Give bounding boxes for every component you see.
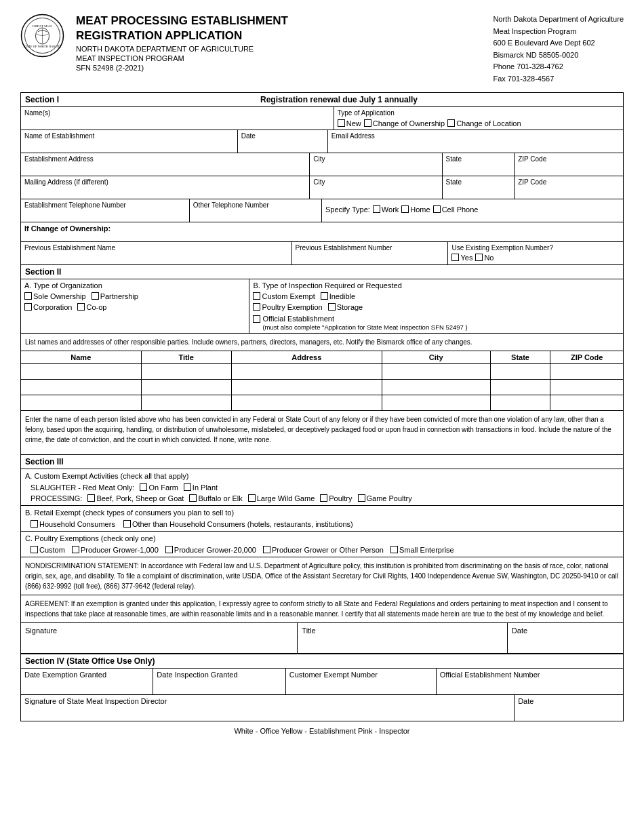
names-type-row: Name(s) Type of Application New Change o… — [21, 107, 623, 130]
est-name-label: Name of Establishment — [24, 132, 234, 140]
processing-label: PROCESSING: — [31, 494, 82, 502]
new-checkbox[interactable]: New — [338, 119, 361, 127]
signature-label: Signature — [25, 627, 293, 635]
section3-header: Section III — [21, 455, 623, 469]
renewal-text: Registration renewal due July 1 annually — [59, 95, 619, 104]
poultry-checkbox[interactable]: Poultry — [320, 494, 352, 502]
form-title: MEAT PROCESSING ESTABLISHMENT REGISTRATI… — [76, 14, 493, 43]
org-inspection-row: A. Type of Organization Sole Ownership P… — [21, 279, 623, 334]
agreement-notice: AGREEMENT: If an exemption is granted un… — [21, 595, 623, 623]
section2-header: Section II — [21, 265, 623, 279]
form-subtitle1: NORTH DAKOTA DEPARTMENT OF AGRICULTURE — [76, 45, 493, 53]
yes-checkbox[interactable]: Yes — [451, 254, 472, 262]
table-row — [21, 364, 623, 380]
poultry-exempt-label: C. Poultry Exemptions (check only one) — [25, 534, 619, 542]
wild-game-checkbox[interactable]: Large Wild Game — [248, 494, 315, 502]
email-label: Email Address — [331, 132, 620, 140]
table-header: Name Title Address City State ZIP Code — [21, 351, 623, 364]
corporation-checkbox[interactable]: Corporation — [24, 303, 72, 311]
use-existing-label: Use Existing Exemption Number? — [451, 244, 620, 252]
felony-notice: Enter the name of each person listed abo… — [21, 411, 623, 455]
names-label: Name(s) — [24, 109, 330, 117]
inspection-label: B. Type of Inspection Required or Reques… — [253, 281, 620, 290]
other-household-checkbox[interactable]: Other than Household Consumers (hotels, … — [123, 520, 353, 528]
prev-name-label: Previous Establishment Name — [24, 244, 288, 252]
game-poultry-checkbox[interactable]: Game Poultry — [358, 494, 412, 502]
table-row — [21, 380, 623, 395]
retail-label: B. Retail Exempt (check types of consume… — [25, 509, 619, 517]
mailing-address-row: Mailing Address (if different) City Stat… — [21, 176, 623, 199]
col-name: Name — [21, 351, 142, 363]
small-enterprise-checkbox[interactable]: Small Enterprise — [390, 546, 454, 554]
producer-other-checkbox[interactable]: Producer Grower or Other Person — [263, 546, 384, 554]
est-name-row: Name of Establishment Date Email Address — [21, 130, 623, 153]
coop-checkbox[interactable]: Co-op — [77, 303, 106, 311]
city-label2: City — [313, 178, 438, 186]
prev-number-label: Previous Establishment Number — [296, 244, 445, 252]
agency-address: North Dakota Department of Agriculture M… — [493, 14, 624, 85]
change-ownership-row: If Change of Ownership: — [21, 222, 623, 242]
list-notice: List names and addresses of other respon… — [21, 334, 623, 351]
home-checkbox[interactable]: Home — [401, 205, 430, 214]
cell-checkbox[interactable]: Cell Phone — [433, 205, 479, 214]
section3-title: Section III — [25, 457, 64, 466]
change-ownership-if-label: If Change of Ownership: — [24, 224, 110, 233]
sole-checkbox[interactable]: Sole Ownership — [24, 292, 86, 300]
org-type-label: A. Type of Organization — [24, 281, 245, 290]
section4-date-label: Date — [518, 697, 620, 705]
zip-label1: ZIP Code — [518, 155, 620, 163]
household-checkbox[interactable]: Household Consumers — [31, 520, 115, 528]
section1-header: Section I Registration renewal due July … — [21, 93, 623, 107]
producer-1000-checkbox[interactable]: Producer Grower-1,000 — [72, 546, 159, 554]
buffalo-checkbox[interactable]: Buffalo or Elk — [189, 494, 242, 502]
beef-checkbox[interactable]: Beef, Pork, Sheep or Goat — [87, 494, 184, 502]
custom-activities-label: A. Custom Exempt Activities (check all t… — [25, 472, 619, 480]
zip-label2: ZIP Code — [518, 178, 620, 186]
other-phone-label: Other Telephone Number — [193, 201, 318, 209]
date-inspection-label: Date Inspection Granted — [157, 671, 281, 679]
est-address-label: Establishment Address — [24, 155, 306, 163]
on-farm-checkbox[interactable]: On Farm — [140, 483, 178, 492]
storage-checkbox[interactable]: Storage — [328, 303, 363, 311]
state-label1: State — [446, 155, 511, 163]
change-location-checkbox[interactable]: Change of Location — [447, 119, 521, 127]
date-label: Date — [241, 132, 324, 140]
inedible-checkbox[interactable]: Inedible — [321, 292, 356, 300]
section4-header: Section IV (State Office Use Only) — [21, 654, 623, 669]
form-subtitle2: MEAT INSPECTION PROGRAM — [76, 54, 493, 62]
work-checkbox[interactable]: Work — [373, 205, 399, 214]
poultry-exempt-checkbox[interactable]: Poultry Exemption — [253, 303, 322, 311]
footer-copies: White - Office Yellow - Establishment Pi… — [20, 721, 624, 740]
city-label1: City — [313, 155, 438, 163]
custom-exempt-checkbox[interactable]: Custom Exempt — [253, 292, 315, 300]
prev-name-row: Previous Establishment Name Previous Est… — [21, 242, 623, 265]
section2-title: Section II — [25, 267, 61, 277]
date-exemption-label: Date Exemption Granted — [24, 671, 149, 679]
partnership-checkbox[interactable]: Partnership — [92, 292, 138, 300]
customer-exempt-label: Customer Exempt Number — [289, 671, 432, 679]
col-city: City — [382, 351, 491, 363]
section4-row2: Signature of State Meat Inspection Direc… — [21, 695, 623, 721]
producer-20000-checkbox[interactable]: Producer Grower-20,000 — [165, 546, 256, 554]
in-plant-checkbox[interactable]: In Plant — [184, 483, 218, 492]
official-est-label: Official Establishment Number — [440, 671, 620, 679]
slaughter-label: SLAUGHTER - Red Meat Only: — [31, 483, 134, 492]
official-label: Official Establishment (must also comple… — [253, 315, 620, 331]
nondiscrimination-notice: NONDISCRIMINATION STATEMENT: In accordan… — [21, 557, 623, 595]
col-zip: ZIP Code — [550, 351, 623, 363]
col-address: Address — [232, 351, 382, 363]
col-title: Title — [142, 351, 232, 363]
section3b: B. Retail Exempt (check types of consume… — [21, 506, 623, 532]
section4-title: Section IV (State Office Use Only) — [25, 656, 155, 666]
section1-title: Section I — [25, 95, 59, 104]
section4-row1: Date Exemption Granted Date Inspection G… — [21, 669, 623, 695]
no-checkbox[interactable]: No — [475, 254, 494, 262]
custom2-checkbox[interactable]: Custom — [31, 546, 65, 554]
change-ownership-checkbox[interactable]: Change of Ownership — [364, 119, 445, 127]
sig-director-label: Signature of State Meat Inspection Direc… — [24, 697, 510, 705]
mailing-address-label: Mailing Address (if different) — [24, 178, 306, 186]
title-label: Title — [302, 627, 503, 635]
svg-text:GREAT SEAL: GREAT SEAL — [33, 24, 53, 28]
date-label-sig: Date — [512, 627, 619, 635]
specify-type-label: Specify Type: — [325, 205, 370, 214]
